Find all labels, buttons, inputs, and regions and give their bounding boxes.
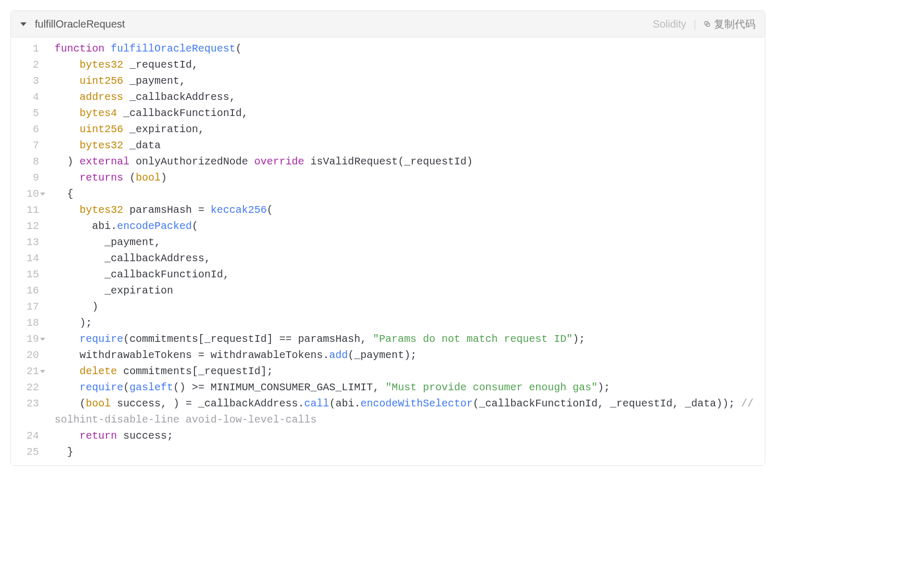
code-line: _expiration [55, 283, 760, 299]
copy-button[interactable]: 复制代码 [704, 17, 756, 31]
line-number: 20 [11, 347, 41, 363]
code-line: _callbackAddress, [55, 250, 760, 266]
code-line: { [55, 186, 760, 202]
copy-label: 复制代码 [714, 17, 756, 31]
line-number: 10 [11, 186, 41, 202]
line-number-gutter: 1234567891011121314151617181920212223 24… [11, 37, 44, 465]
code-line: returns (bool) [55, 170, 760, 186]
code-block: fulfillOracleRequest Solidity | 复制代码 123… [10, 10, 765, 466]
code-line: require(gasleft() >= MINIMUM_CONSUMER_GA… [55, 379, 760, 395]
divider: | [694, 18, 696, 30]
line-number: 9 [11, 170, 41, 186]
line-number: 5 [11, 105, 41, 121]
line-number: 21 [11, 363, 41, 379]
line-number: 22 [11, 379, 41, 395]
language-label: Solidity [653, 18, 686, 30]
line-number: 23 [11, 395, 41, 412]
line-number: 17 [11, 299, 41, 315]
header-right: Solidity | 复制代码 [653, 17, 756, 31]
code-line: return success; [55, 428, 760, 444]
code-line: address _callbackAddress, [55, 89, 760, 105]
line-number: 14 [11, 250, 41, 266]
code-block-body: 1234567891011121314151617181920212223 24… [11, 37, 765, 465]
line-number: 1 [11, 41, 41, 57]
code-line: ) [55, 299, 760, 315]
code-line: _callbackFunctionId, [55, 266, 760, 283]
code-line: ) external onlyAuthorizedNode override i… [55, 154, 760, 170]
code-line: bytes32 paramsHash = keccak256( [55, 202, 760, 218]
line-number: 6 [11, 121, 41, 137]
code-line: require(commitments[_requestId] == param… [55, 331, 760, 347]
code-line: _payment, [55, 234, 760, 250]
code-line: withdrawableTokens = withdrawableTokens.… [55, 347, 760, 363]
line-number: 25 [11, 444, 41, 460]
code-line: uint256 _expiration, [55, 121, 760, 137]
header-left: fulfillOracleRequest [20, 18, 125, 30]
code-line: (bool success, ) = _callbackAddress.call… [55, 395, 760, 428]
code-line: uint256 _payment, [55, 73, 760, 89]
code-line: bytes4 _callbackFunctionId, [55, 105, 760, 121]
line-number: 16 [11, 283, 41, 299]
line-number: 11 [11, 202, 41, 218]
code-line: bytes32 _data [55, 137, 760, 154]
code-block-header: fulfillOracleRequest Solidity | 复制代码 [11, 11, 765, 37]
copy-icon [704, 20, 711, 28]
line-number: 3 [11, 73, 41, 89]
code-line: ); [55, 315, 760, 331]
line-number: 2 [11, 57, 41, 73]
line-number: 13 [11, 234, 41, 250]
code-content[interactable]: function fulfillOracleRequest( bytes32 _… [44, 37, 765, 465]
line-number: 4 [11, 89, 41, 105]
line-number: 15 [11, 266, 41, 283]
line-number: 24 [11, 428, 41, 444]
code-block-title: fulfillOracleRequest [35, 18, 125, 30]
code-line: abi.encodePacked( [55, 218, 760, 234]
line-number: 19 [11, 331, 41, 347]
line-number [11, 412, 41, 428]
line-number: 7 [11, 137, 41, 154]
line-number: 18 [11, 315, 41, 331]
code-line: function fulfillOracleRequest( [55, 41, 760, 57]
code-line: } [55, 444, 760, 460]
line-number: 12 [11, 218, 41, 234]
code-line: bytes32 _requestId, [55, 57, 760, 73]
line-number: 8 [11, 154, 41, 170]
code-line: delete commitments[_requestId]; [55, 363, 760, 379]
collapse-icon[interactable] [20, 22, 27, 26]
